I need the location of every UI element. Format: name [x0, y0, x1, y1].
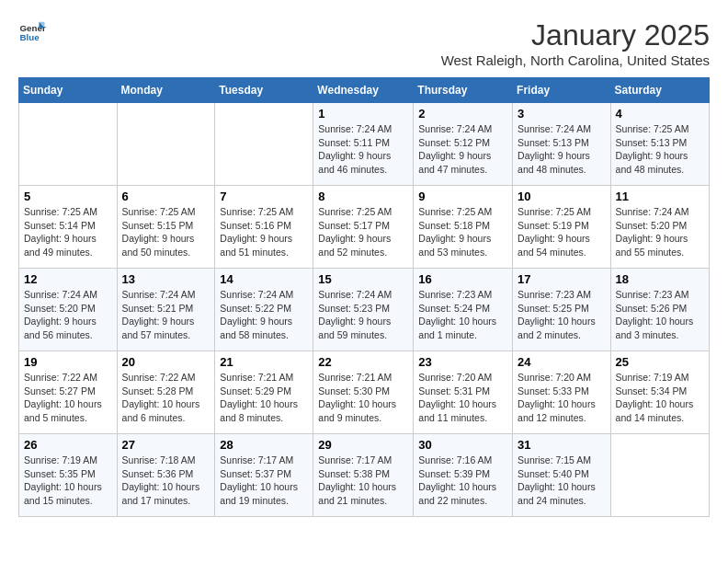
calendar-week-row: 19Sunrise: 7:22 AMSunset: 5:27 PMDayligh…: [19, 351, 710, 434]
day-number: 6: [122, 190, 210, 203]
day-info: Sunrise: 7:24 AMSunset: 5:11 PMDaylight:…: [318, 122, 408, 177]
weekday-header: Monday: [117, 78, 215, 103]
day-info: Sunrise: 7:21 AMSunset: 5:30 PMDaylight:…: [318, 371, 408, 425]
calendar-cell: 22Sunrise: 7:21 AMSunset: 5:30 PMDayligh…: [313, 351, 414, 434]
day-number: 30: [418, 438, 507, 452]
day-info: Sunrise: 7:22 AMSunset: 5:27 PMDaylight:…: [24, 371, 112, 425]
calendar-cell: 2Sunrise: 7:24 AMSunset: 5:12 PMDaylight…: [414, 103, 513, 186]
day-info: Sunrise: 7:16 AMSunset: 5:39 PMDaylight:…: [418, 454, 507, 508]
day-number: 19: [24, 355, 112, 369]
day-info: Sunrise: 7:25 AMSunset: 5:16 PMDaylight:…: [220, 205, 308, 259]
day-number: 18: [616, 272, 704, 286]
calendar-cell: 26Sunrise: 7:19 AMSunset: 5:35 PMDayligh…: [19, 434, 118, 517]
calendar-cell: 1Sunrise: 7:24 AMSunset: 5:11 PMDaylight…: [313, 103, 414, 186]
day-number: 9: [418, 190, 507, 203]
day-info: Sunrise: 7:25 AMSunset: 5:13 PMDaylight:…: [616, 122, 704, 177]
calendar-cell: 11Sunrise: 7:24 AMSunset: 5:20 PMDayligh…: [610, 186, 709, 269]
title-block: January 2025 West Raleigh, North Carolin…: [441, 18, 710, 68]
calendar-cell: 24Sunrise: 7:20 AMSunset: 5:33 PMDayligh…: [513, 351, 611, 434]
calendar-cell: 9Sunrise: 7:25 AMSunset: 5:18 PMDaylight…: [414, 186, 513, 269]
calendar-cell: 14Sunrise: 7:24 AMSunset: 5:22 PMDayligh…: [215, 269, 313, 351]
day-number: 2: [418, 107, 507, 121]
day-info: Sunrise: 7:24 AMSunset: 5:12 PMDaylight:…: [418, 122, 507, 177]
logo: General Blue: [18, 18, 46, 46]
day-number: 11: [616, 190, 704, 203]
day-number: 14: [220, 272, 308, 286]
day-info: Sunrise: 7:24 AMSunset: 5:22 PMDaylight:…: [220, 288, 308, 342]
weekday-header: Sunday: [19, 78, 118, 103]
day-number: 8: [318, 190, 408, 203]
day-info: Sunrise: 7:24 AMSunset: 5:21 PMDaylight:…: [122, 288, 210, 342]
calendar-cell: 15Sunrise: 7:24 AMSunset: 5:23 PMDayligh…: [313, 269, 414, 351]
day-number: 17: [518, 272, 606, 286]
calendar-cell: 8Sunrise: 7:25 AMSunset: 5:17 PMDaylight…: [313, 186, 414, 269]
calendar-cell: 4Sunrise: 7:25 AMSunset: 5:13 PMDaylight…: [610, 103, 709, 186]
day-info: Sunrise: 7:25 AMSunset: 5:14 PMDaylight:…: [24, 205, 112, 259]
calendar-cell: 6Sunrise: 7:25 AMSunset: 5:15 PMDaylight…: [117, 186, 215, 269]
day-number: 1: [318, 107, 408, 121]
calendar-cell: 23Sunrise: 7:20 AMSunset: 5:31 PMDayligh…: [414, 351, 513, 434]
day-info: Sunrise: 7:18 AMSunset: 5:36 PMDaylight:…: [122, 454, 210, 508]
day-number: 26: [24, 438, 112, 452]
day-info: Sunrise: 7:19 AMSunset: 5:34 PMDaylight:…: [616, 371, 704, 425]
calendar-cell: [215, 103, 313, 186]
day-number: 21: [220, 355, 308, 369]
day-number: 16: [418, 272, 507, 286]
day-number: 24: [518, 355, 606, 369]
calendar-cell: 17Sunrise: 7:23 AMSunset: 5:25 PMDayligh…: [513, 269, 611, 351]
weekday-header: Wednesday: [313, 78, 414, 103]
day-number: 4: [616, 107, 704, 121]
day-info: Sunrise: 7:25 AMSunset: 5:18 PMDaylight:…: [418, 205, 507, 259]
day-number: 22: [318, 355, 408, 369]
header-row: SundayMondayTuesdayWednesdayThursdayFrid…: [19, 78, 710, 103]
logo-icon: General Blue: [18, 18, 46, 46]
day-info: Sunrise: 7:24 AMSunset: 5:20 PMDaylight:…: [24, 288, 112, 342]
calendar-cell: 18Sunrise: 7:23 AMSunset: 5:26 PMDayligh…: [610, 269, 709, 351]
calendar-cell: 5Sunrise: 7:25 AMSunset: 5:14 PMDaylight…: [19, 186, 118, 269]
calendar-cell: 21Sunrise: 7:21 AMSunset: 5:29 PMDayligh…: [215, 351, 313, 434]
calendar-week-row: 5Sunrise: 7:25 AMSunset: 5:14 PMDaylight…: [19, 186, 710, 269]
day-info: Sunrise: 7:23 AMSunset: 5:25 PMDaylight:…: [518, 288, 606, 342]
day-number: 28: [220, 438, 308, 452]
page-header: General Blue January 2025 West Raleigh, …: [18, 18, 710, 68]
calendar-cell: 28Sunrise: 7:17 AMSunset: 5:37 PMDayligh…: [215, 434, 313, 517]
calendar-cell: 25Sunrise: 7:19 AMSunset: 5:34 PMDayligh…: [610, 351, 709, 434]
calendar-cell: [19, 103, 118, 186]
day-number: 7: [220, 190, 308, 203]
day-number: 25: [616, 355, 704, 369]
calendar-cell: 12Sunrise: 7:24 AMSunset: 5:20 PMDayligh…: [19, 269, 118, 351]
weekday-header: Thursday: [414, 78, 513, 103]
day-number: 5: [24, 190, 112, 203]
calendar-table: SundayMondayTuesdayWednesdayThursdayFrid…: [18, 77, 710, 517]
calendar-week-row: 1Sunrise: 7:24 AMSunset: 5:11 PMDaylight…: [19, 103, 710, 186]
day-info: Sunrise: 7:24 AMSunset: 5:23 PMDaylight:…: [318, 288, 408, 342]
day-number: 27: [122, 438, 210, 452]
day-info: Sunrise: 7:17 AMSunset: 5:37 PMDaylight:…: [220, 454, 308, 508]
day-info: Sunrise: 7:20 AMSunset: 5:31 PMDaylight:…: [418, 371, 507, 425]
day-number: 31: [518, 438, 606, 452]
calendar-cell: 10Sunrise: 7:25 AMSunset: 5:19 PMDayligh…: [513, 186, 611, 269]
calendar-week-row: 26Sunrise: 7:19 AMSunset: 5:35 PMDayligh…: [19, 434, 710, 517]
day-info: Sunrise: 7:24 AMSunset: 5:13 PMDaylight:…: [518, 122, 606, 177]
day-info: Sunrise: 7:23 AMSunset: 5:26 PMDaylight:…: [616, 288, 704, 342]
day-info: Sunrise: 7:19 AMSunset: 5:35 PMDaylight:…: [24, 454, 112, 508]
calendar-week-row: 12Sunrise: 7:24 AMSunset: 5:20 PMDayligh…: [19, 269, 710, 351]
weekday-header: Saturday: [610, 78, 709, 103]
calendar-cell: 19Sunrise: 7:22 AMSunset: 5:27 PMDayligh…: [19, 351, 118, 434]
month-title: January 2025: [441, 18, 710, 52]
calendar-cell: 29Sunrise: 7:17 AMSunset: 5:38 PMDayligh…: [313, 434, 414, 517]
calendar-cell: 7Sunrise: 7:25 AMSunset: 5:16 PMDaylight…: [215, 186, 313, 269]
calendar-cell: 30Sunrise: 7:16 AMSunset: 5:39 PMDayligh…: [414, 434, 513, 517]
day-info: Sunrise: 7:20 AMSunset: 5:33 PMDaylight:…: [518, 371, 606, 425]
day-number: 12: [24, 272, 112, 286]
calendar-cell: 3Sunrise: 7:24 AMSunset: 5:13 PMDaylight…: [513, 103, 611, 186]
day-number: 23: [418, 355, 507, 369]
day-number: 20: [122, 355, 210, 369]
day-number: 10: [518, 190, 606, 203]
calendar-cell: [117, 103, 215, 186]
day-info: Sunrise: 7:25 AMSunset: 5:17 PMDaylight:…: [318, 205, 408, 259]
calendar-cell: 27Sunrise: 7:18 AMSunset: 5:36 PMDayligh…: [117, 434, 215, 517]
day-number: 15: [318, 272, 408, 286]
day-info: Sunrise: 7:23 AMSunset: 5:24 PMDaylight:…: [418, 288, 507, 342]
day-number: 13: [122, 272, 210, 286]
